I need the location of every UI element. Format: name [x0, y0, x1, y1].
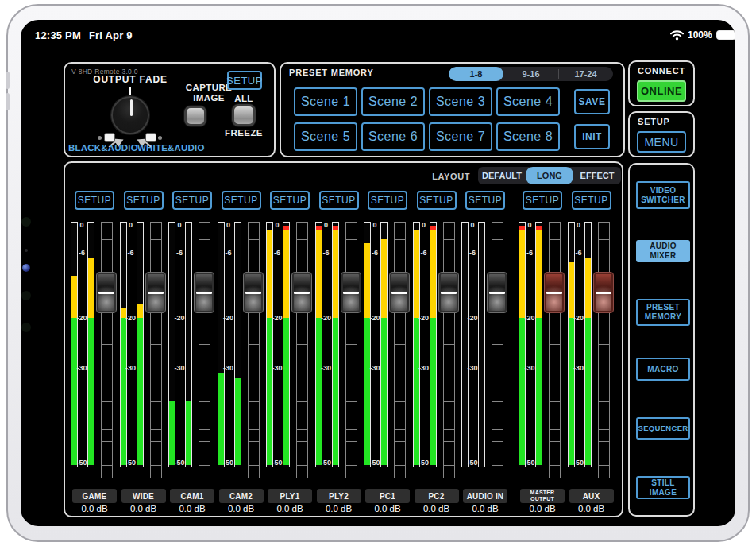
channel-db-value: 0.0 dB [518, 504, 567, 513]
sidebar-item-still-image[interactable]: STILL IMAGE [636, 476, 690, 499]
fader-track [199, 222, 210, 478]
volume-down-button[interactable] [6, 93, 10, 110]
fader-handle[interactable] [194, 272, 214, 313]
meter-fill [585, 318, 591, 465]
meter-scale-label: 0 [271, 221, 284, 229]
channel-db-value: 0.0 dB [412, 504, 461, 513]
meter-scale-label: -6 [368, 249, 381, 257]
scene-button-2[interactable]: Scene 2 [361, 87, 425, 116]
meter-scale: 0-6-20-30-50 [173, 163, 186, 481]
output-fade-panel: V-8HD Remote 3.0.0 OUTPUT FADE BLACK&AUD… [64, 62, 276, 157]
scene-button-1[interactable]: Scene 1 [294, 87, 357, 116]
save-button[interactable]: SAVE [574, 89, 610, 114]
meter-scale-label: -6 [271, 249, 284, 257]
online-status-button[interactable]: ONLINE [637, 80, 686, 102]
meter-right [584, 222, 592, 467]
preset-memory-title: PRESET MEMORY [289, 68, 374, 77]
black-fade-indicator [98, 136, 102, 140]
sidebar-item-audio-mixer[interactable]: AUDIO MIXER [636, 240, 690, 262]
dial-center-tick [129, 87, 131, 95]
meter-fill [88, 318, 94, 465]
all-freeze-button[interactable] [232, 104, 256, 126]
meter-scale: 0-6-20-30-50 [418, 163, 430, 481]
meter-right [380, 222, 388, 467]
meter-scale-label: 0 [368, 221, 381, 229]
init-button[interactable]: INIT [574, 124, 610, 149]
status-date: Fri Apr 9 [89, 29, 133, 41]
scene-button-7[interactable]: Scene 7 [429, 122, 492, 151]
white-fade-led [145, 133, 156, 142]
sidebar-item-preset-memory[interactable]: PRESET MEMORY [636, 299, 690, 326]
battery-percent: 100% [688, 29, 712, 41]
meter-scale-label: -50 [573, 459, 585, 467]
meter-right [185, 222, 192, 467]
black-audio-label: BLACK&AUDIO [68, 143, 138, 153]
channel-db-value: 0.0 dB [119, 504, 168, 513]
meter-scale-label: -20 [573, 314, 585, 322]
meter-fill [284, 318, 289, 465]
connect-panel: CONNECT ONLINE [628, 60, 695, 106]
fader-handle[interactable] [243, 272, 264, 313]
fader-handle[interactable] [341, 272, 361, 313]
fader-handle[interactable] [487, 272, 507, 313]
meter-right [137, 222, 144, 467]
preset-tab-17-24[interactable]: 17-24 [558, 67, 613, 81]
channel-db-value: 0.0 dB [168, 504, 217, 513]
fader-handle[interactable] [145, 272, 166, 313]
meter-scale-label: -30 [368, 364, 381, 372]
meter-fill [536, 230, 542, 318]
preset-tab-9-16[interactable]: 9-16 [503, 67, 558, 81]
channel-db-value: 0.0 dB [314, 504, 364, 513]
meter-fill [284, 226, 289, 230]
output-fade-knob[interactable] [111, 96, 149, 134]
sidebar-item-video-switcher[interactable]: VIDEO SWITCHER [636, 181, 690, 209]
fader-track [150, 222, 162, 478]
channel-label-badge: PLY2 [317, 489, 361, 503]
meter-scale-label: -20 [523, 314, 536, 322]
channel-label-badge: GAME [72, 489, 117, 503]
fader-handle[interactable] [291, 272, 312, 313]
fader-handle[interactable] [389, 272, 410, 313]
meter-scale-label: -30 [173, 364, 186, 372]
meter-fill [536, 226, 542, 230]
fader-handle[interactable] [593, 272, 614, 313]
battery-icon [716, 30, 735, 40]
capture-image-button[interactable] [184, 106, 206, 126]
scene-button-6[interactable]: Scene 6 [361, 122, 425, 151]
menu-button[interactable]: MENU [637, 131, 686, 153]
channel-strip-wide: 0-6-20-30-50WIDE0.0 dB [119, 163, 168, 516]
fader-track [492, 222, 503, 478]
fader-track [598, 222, 610, 478]
volume-up-button[interactable] [6, 72, 10, 89]
preset-tab-1-8[interactable]: 1-8 [449, 67, 503, 81]
meter-fill [381, 239, 387, 319]
sidebar-item-sequencer[interactable]: SEQUENCER [636, 417, 690, 440]
sidebar-item-macro[interactable]: MACRO [636, 358, 690, 381]
meter-scale-label: 0 [573, 221, 585, 229]
meter-scale-label: 0 [75, 221, 88, 229]
meter-scale-label: -20 [125, 314, 137, 322]
scene-button-3[interactable]: Scene 3 [429, 87, 492, 116]
fader-handle[interactable] [96, 272, 117, 313]
meter-scale-label: -20 [173, 314, 186, 322]
fader-handle[interactable] [544, 272, 565, 313]
meter-scale-label: -50 [320, 459, 333, 467]
channel-label-badge: PLY1 [268, 489, 312, 503]
fader-handle[interactable] [438, 272, 459, 313]
fader-track [248, 222, 260, 478]
meter-scale-label: 0 [125, 221, 137, 229]
meter-scale-label: -30 [271, 364, 284, 372]
meter-scale-label: -50 [523, 459, 536, 467]
mode-sidebar: VIDEO SWITCHERAUDIO MIXERPRESET MEMORYMA… [628, 163, 695, 517]
meter-scale: 0-6-20-30-50 [320, 163, 333, 481]
preset-memory-panel: PRESET MEMORY 1-89-1617-24 Scene 1Scene … [280, 62, 625, 157]
meter-fill [284, 230, 289, 318]
meter-scale-label: 0 [173, 221, 186, 229]
white-fade-indicator [158, 136, 162, 140]
scene-button-4[interactable]: Scene 4 [496, 87, 560, 116]
channel-strip-pc2: 0-6-20-30-50PC20.0 dB [412, 163, 461, 516]
meter-scale: 0-6-20-30-50 [271, 163, 284, 481]
scene-button-5[interactable]: Scene 5 [294, 122, 357, 151]
scene-button-8[interactable]: Scene 8 [496, 122, 560, 151]
fade-setup-button[interactable]: SETUP [227, 71, 262, 90]
